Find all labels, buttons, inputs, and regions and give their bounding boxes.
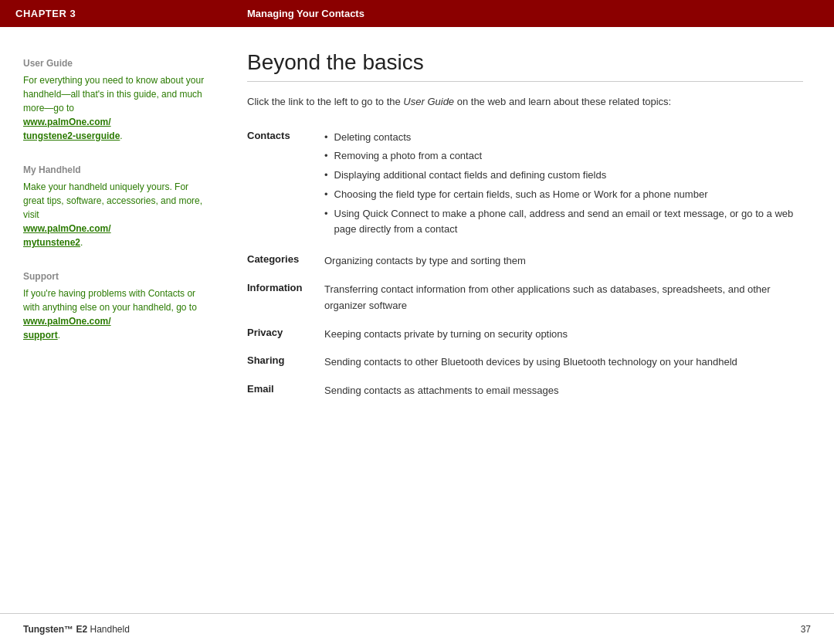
chapter-label: CHAPTER 3 — [15, 8, 247, 19]
sidebar-section-support: Support If you're having problems with C… — [23, 271, 208, 342]
sidebar-section-my-handheld: My Handheld Make your handheld uniquely … — [23, 164, 208, 249]
topics-table: Contacts Deleting contacts Removing a ph… — [247, 127, 803, 409]
table-row-categories: Categories Organizing contacts by type a… — [247, 250, 803, 279]
topic-label-categories: Categories — [247, 250, 324, 279]
list-item: Displaying additional contact fields and… — [324, 168, 803, 184]
sidebar-text-my-handheld: Make your handheld uniquely yours. For g… — [23, 180, 208, 249]
topic-label-email: Email — [247, 380, 324, 408]
list-item: Choosing the field type for certain fiel… — [324, 187, 803, 203]
table-row-privacy: Privacy Keeping contacts private by turn… — [247, 324, 803, 352]
topic-content-sharing: Sending contacts to other Bluetooth devi… — [324, 351, 803, 380]
topic-content-categories: Organizing contacts by type and sorting … — [324, 250, 803, 279]
content-area: Beyond the basics Click the link to the … — [224, 50, 834, 613]
topic-content-contacts: Deleting contacts Removing a photo from … — [324, 127, 803, 251]
sidebar-text-user-guide: For everything you need to know about yo… — [23, 73, 208, 143]
intro-text: Click the link to the left to go to the … — [247, 94, 803, 110]
table-row-contacts: Contacts Deleting contacts Removing a ph… — [247, 127, 803, 251]
topic-label-privacy: Privacy — [247, 324, 324, 352]
table-row-information: Information Transferring contact informa… — [247, 279, 803, 324]
topic-content-email: Sending contacts as attachments to email… — [324, 380, 803, 408]
sidebar: User Guide For everything you need to kn… — [0, 50, 224, 613]
section-title: Beyond the basics — [247, 50, 803, 82]
list-item: Using Quick Connect to make a phone call… — [324, 206, 803, 239]
topic-label-sharing: Sharing — [247, 351, 324, 380]
footer-brand-text: Tungsten™ E2 — [23, 624, 87, 635]
list-item: Removing a photo from a contact — [324, 148, 803, 164]
footer: Tungsten™ E2 Handheld 37 — [0, 613, 834, 644]
topic-label-information: Information — [247, 279, 324, 324]
sidebar-link-support[interactable]: www.palmOne.com/support — [23, 316, 111, 341]
topic-label-contacts: Contacts — [247, 127, 324, 251]
sidebar-link-user-guide[interactable]: www.palmOne.com/tungstene2-userguide — [23, 117, 120, 141]
header-title: Managing Your Contacts — [247, 8, 364, 19]
sidebar-section-title-my-handheld: My Handheld — [23, 164, 208, 175]
list-item: Deleting contacts — [324, 130, 803, 146]
topic-content-privacy: Keeping contacts private by turning on s… — [324, 324, 803, 352]
sidebar-section-title-user-guide: User Guide — [23, 58, 208, 69]
sidebar-link-my-handheld[interactable]: www.palmOne.com/mytunstene2 — [23, 223, 111, 248]
sidebar-text-my-handheld-body: Make your handheld uniquely yours. For g… — [23, 181, 202, 220]
main-content: User Guide For everything you need to kn… — [0, 27, 834, 613]
footer-page-number: 37 — [801, 624, 811, 635]
sidebar-section-user-guide: User Guide For everything you need to kn… — [23, 58, 208, 143]
topic-content-information: Transferring contact information from ot… — [324, 279, 803, 324]
table-row-sharing: Sharing Sending contacts to other Blueto… — [247, 351, 803, 380]
header-bar: CHAPTER 3 Managing Your Contacts — [0, 0, 834, 27]
table-row-email: Email Sending contacts as attachments to… — [247, 380, 803, 408]
footer-brand: Tungsten™ E2 Handheld — [23, 624, 130, 635]
sidebar-text-support: If you're having problems with Contacts … — [23, 286, 208, 342]
sidebar-section-title-support: Support — [23, 271, 208, 282]
footer-brand-suffix: Handheld — [90, 624, 129, 635]
sidebar-text-support-body: If you're having problems with Contacts … — [23, 288, 197, 313]
sidebar-text-user-guide-body: For everything you need to know about yo… — [23, 75, 204, 114]
